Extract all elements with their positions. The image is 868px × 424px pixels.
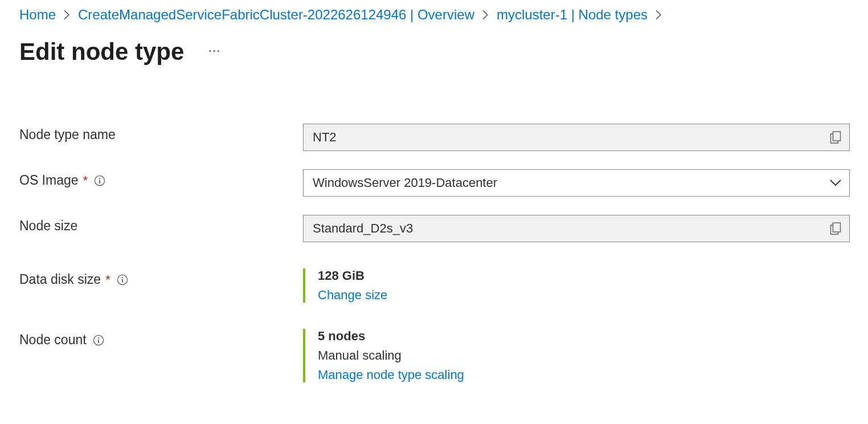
svg-point-2 — [99, 178, 100, 179]
node-size-label: Node size — [19, 218, 77, 234]
node-count-block: 5 nodes Manual scaling Manage node type … — [303, 329, 849, 382]
os-image-select[interactable]: WindowsServer 2019-Datacenter — [303, 169, 850, 197]
breadcrumb-link-home[interactable]: Home — [19, 6, 56, 23]
breadcrumb: Home CreateManagedServiceFabricCluster-2… — [19, 6, 849, 23]
node-size-field: Standard_D2s_v3 — [303, 215, 850, 242]
node-count-value: 5 nodes — [318, 329, 849, 344]
os-image-value: WindowsServer 2019-Datacenter — [304, 176, 822, 190]
required-indicator: * — [83, 173, 88, 188]
change-size-link[interactable]: Change size — [318, 288, 387, 303]
data-disk-size-label: Data disk size — [19, 272, 101, 287]
svg-rect-3 — [99, 180, 100, 184]
svg-rect-0 — [833, 132, 841, 141]
more-actions-button[interactable]: ··· — [208, 43, 220, 61]
node-size-value: Standard_D2s_v3 — [304, 215, 822, 242]
breadcrumb-link-deployment[interactable]: CreateManagedServiceFabricCluster-202262… — [78, 6, 474, 23]
data-disk-size-value: 128 GiB — [318, 268, 849, 283]
chevron-right-icon — [64, 10, 70, 20]
node-count-scaling-mode: Manual scaling — [318, 348, 849, 363]
svg-point-6 — [122, 277, 123, 278]
svg-rect-7 — [122, 279, 123, 283]
svg-rect-4 — [833, 223, 841, 232]
copy-icon[interactable] — [822, 124, 849, 150]
node-type-name-value: NT2 — [304, 124, 822, 150]
info-icon[interactable] — [116, 274, 129, 286]
os-image-label: OS Image — [19, 173, 79, 188]
info-icon[interactable] — [92, 334, 105, 346]
chevron-down-icon — [822, 179, 849, 187]
chevron-right-icon — [482, 10, 489, 20]
breadcrumb-link-nodetypes[interactable]: mycluster-1 | Node types — [497, 6, 648, 23]
node-type-name-field: NT2 — [303, 124, 850, 151]
info-icon[interactable] — [93, 174, 106, 187]
svg-point-9 — [98, 337, 99, 339]
svg-rect-10 — [98, 339, 99, 343]
data-disk-size-block: 128 GiB Change size — [303, 268, 849, 303]
node-type-name-label: Node type name — [19, 127, 116, 142]
copy-icon[interactable] — [822, 215, 849, 242]
chevron-right-icon — [656, 10, 662, 20]
page-title: Edit node type — [19, 38, 184, 66]
node-count-label: Node count — [19, 332, 87, 348]
required-indicator: * — [105, 272, 110, 287]
manage-scaling-link[interactable]: Manage node type scaling — [318, 368, 464, 382]
